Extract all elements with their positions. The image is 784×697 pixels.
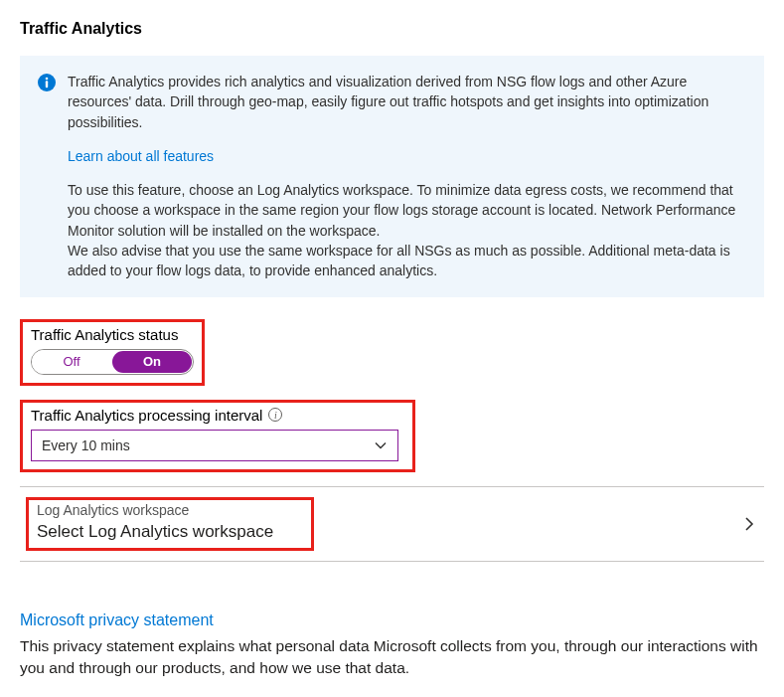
status-toggle-on[interactable]: On (112, 351, 192, 373)
info-banner: Traffic Analytics provides rich analytic… (20, 56, 764, 297)
workspace-group: Log Analytics workspace Select Log Analy… (26, 497, 314, 551)
privacy-section: Microsoft privacy statement This privacy… (20, 611, 764, 680)
interval-select[interactable]: Every 10 mins (31, 430, 398, 461)
info-paragraph-2: To use this feature, choose an Log Analy… (68, 180, 746, 241)
interval-value: Every 10 mins (42, 437, 130, 453)
chevron-right-icon (740, 515, 758, 533)
status-group: Traffic Analytics status Off On (20, 319, 205, 386)
svg-point-1 (46, 78, 49, 81)
info-paragraph-3: We also advise that you use the same wor… (68, 241, 746, 281)
info-paragraph-1: Traffic Analytics provides rich analytic… (68, 72, 746, 132)
chevron-down-icon (374, 438, 388, 452)
privacy-statement-link[interactable]: Microsoft privacy statement (20, 611, 764, 629)
status-toggle[interactable]: Off On (31, 349, 194, 375)
svg-rect-2 (46, 81, 48, 87)
info-icon (38, 74, 56, 91)
learn-features-link[interactable]: Learn about all features (68, 146, 214, 166)
page-title: Traffic Analytics (20, 20, 764, 38)
interval-label: Traffic Analytics processing interval (31, 407, 262, 424)
privacy-text: This privacy statement explains what per… (20, 635, 764, 680)
interval-group: Traffic Analytics processing interval i … (20, 400, 415, 472)
status-label: Traffic Analytics status (31, 326, 194, 343)
info-icon[interactable]: i (268, 408, 282, 422)
workspace-value: Select Log Analytics workspace (37, 522, 303, 542)
workspace-row[interactable]: Log Analytics workspace Select Log Analy… (20, 486, 764, 562)
status-toggle-off[interactable]: Off (32, 350, 111, 374)
workspace-label: Log Analytics workspace (37, 502, 303, 518)
